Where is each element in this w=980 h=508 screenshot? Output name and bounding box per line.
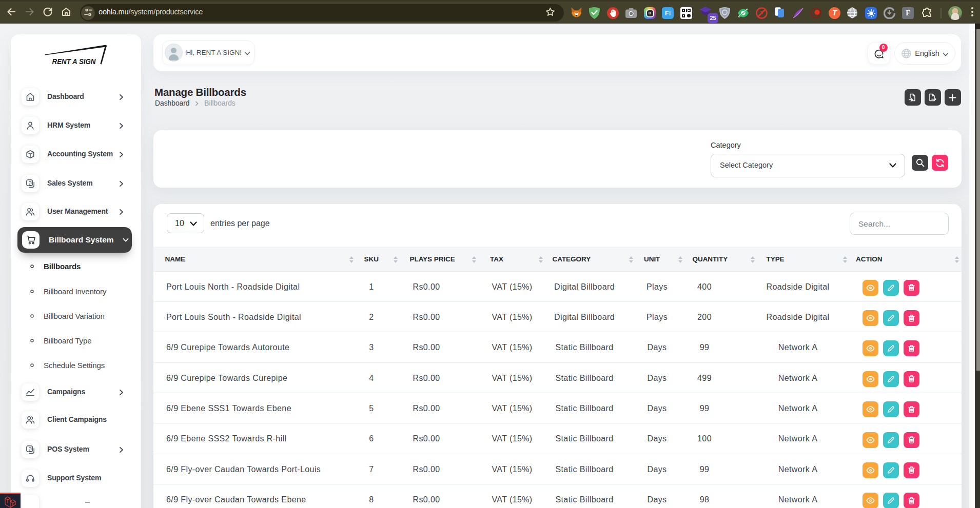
svg-text:RENT A SIGN: RENT A SIGN bbox=[52, 57, 96, 66]
